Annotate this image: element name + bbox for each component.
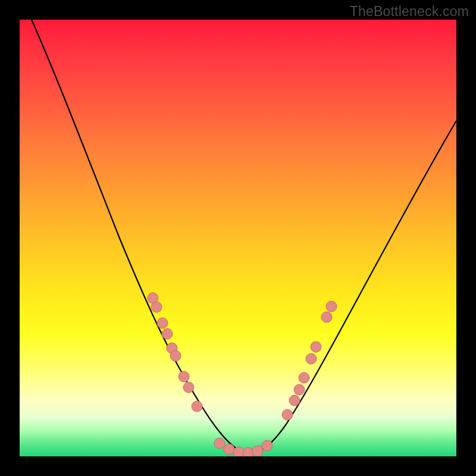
marker-dot <box>262 440 273 451</box>
chart-frame: TheBottleneck.com <box>0 0 476 476</box>
marker-dot <box>299 372 309 383</box>
marker-dot <box>157 318 168 328</box>
marker-dot <box>224 444 234 455</box>
marker-dot <box>252 446 263 456</box>
marker-dot <box>294 384 305 395</box>
marker-dot <box>282 409 293 420</box>
watermark-text: TheBottleneck.com <box>350 4 469 20</box>
marker-dot <box>233 447 244 456</box>
right-marker-cluster <box>282 301 337 420</box>
bottleneck-curve <box>32 20 456 453</box>
marker-dot <box>306 353 317 364</box>
curve-layer <box>20 20 456 456</box>
marker-dot <box>183 382 194 393</box>
plot-area <box>20 20 456 456</box>
marker-dot <box>170 350 181 361</box>
marker-dot <box>311 342 321 352</box>
marker-dot <box>321 312 332 322</box>
marker-dot <box>151 302 162 312</box>
marker-dot <box>162 328 173 339</box>
marker-dot <box>243 447 253 456</box>
marker-dot <box>289 395 300 406</box>
marker-dot <box>214 438 225 449</box>
bottom-marker-cluster <box>214 438 273 456</box>
marker-dot <box>192 401 202 412</box>
marker-dot <box>326 301 337 312</box>
marker-dot <box>178 371 189 382</box>
